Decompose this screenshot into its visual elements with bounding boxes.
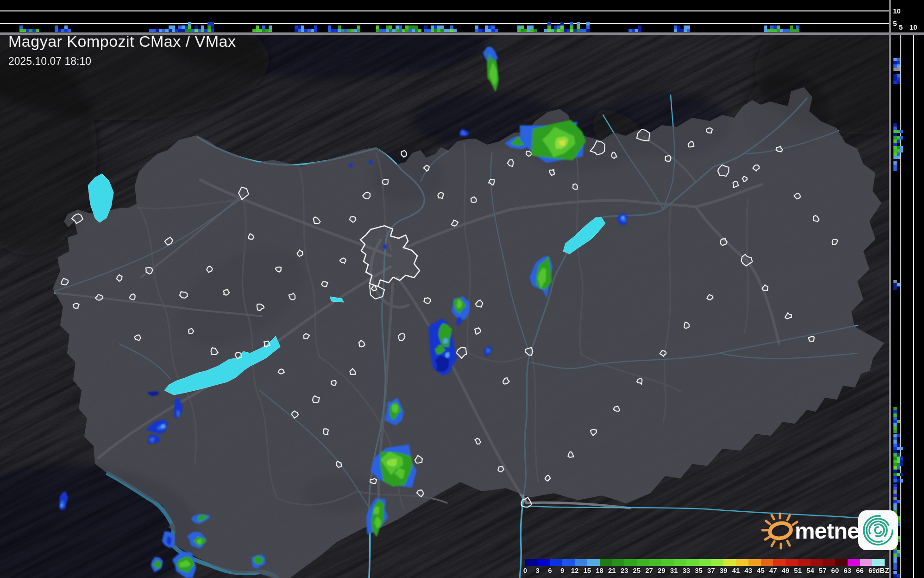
- legend-tick-label: 25: [633, 566, 641, 574]
- city-outline: [278, 369, 284, 374]
- legend-unit-label: dBZ: [875, 566, 889, 574]
- legend-tick-label: 43: [744, 566, 752, 574]
- legend-cell: [562, 559, 575, 566]
- panel-separator-vertical: [889, 0, 891, 578]
- city-outline: [146, 267, 153, 274]
- legend-cell: [600, 559, 612, 566]
- legend-cell: [761, 559, 773, 566]
- city-outline: [383, 179, 389, 184]
- radar-composite-image: 10 5 5 10 Magyar Kompozit CMax / VMax 20…: [0, 0, 924, 578]
- city-outline: [207, 267, 212, 273]
- dbz-color-scale: 0369121518212325272931333537394143454749…: [525, 559, 896, 578]
- legend-tick-label: 66: [856, 566, 864, 574]
- legend-tick-label: 21: [608, 566, 616, 574]
- legend-tick-label: 47: [769, 566, 777, 574]
- legend-cell: [550, 559, 563, 566]
- city-outline: [666, 155, 671, 161]
- sun-icon: [762, 514, 797, 548]
- right-axis-label-10: 10: [910, 23, 918, 31]
- legend-cell: [587, 559, 600, 566]
- legend-cell: [835, 559, 848, 566]
- city-outline: [331, 381, 336, 386]
- legend-tick-label: 0: [523, 566, 527, 574]
- legend-tick-label: 60: [831, 566, 839, 574]
- city-outline: [424, 298, 430, 303]
- legend-tick-label: 12: [571, 566, 579, 574]
- city-outline: [720, 239, 727, 245]
- legend-cell: [674, 559, 686, 566]
- legend-tick-label: 9: [560, 566, 564, 574]
- city-outline: [73, 303, 79, 308]
- legend-tick-label: 57: [819, 566, 827, 574]
- right-profile-panel: [891, 0, 924, 578]
- legend-cell: [723, 559, 736, 566]
- top-axis-label-5: 5: [893, 19, 897, 27]
- legend-cell: [686, 559, 699, 566]
- legend-cell: [786, 559, 798, 566]
- legend-cell: [711, 559, 723, 566]
- city-outline: [321, 281, 327, 286]
- legend-cell: [798, 559, 811, 566]
- legend-tick-label: 3: [536, 566, 540, 574]
- legend-cell: [661, 559, 674, 566]
- legend-cell: [848, 559, 860, 566]
- legend-cell: [773, 559, 786, 566]
- top-profile-panel: [0, 0, 889, 33]
- page-title: Magyar Kompozit CMax / VMax: [8, 32, 236, 51]
- legend-cell: [525, 559, 538, 566]
- legend-tick-label: 37: [707, 566, 715, 574]
- legend-tick-label: 23: [621, 566, 629, 574]
- city-outline: [573, 184, 578, 190]
- city-outline: [336, 462, 341, 467]
- legend-tick-label: 51: [794, 566, 802, 574]
- legend-cell: [575, 559, 587, 566]
- legend-tick-label: 39: [720, 566, 728, 574]
- app-spiral-icon: [858, 510, 898, 550]
- legend-tick-label: 49: [782, 566, 790, 574]
- legend-tick-label: 31: [670, 566, 678, 574]
- legend-cell: [811, 559, 823, 566]
- legend-cell: [748, 559, 761, 566]
- city-outline: [189, 329, 194, 334]
- legend-tick-label: 54: [806, 566, 814, 574]
- legend-cell: [624, 559, 637, 566]
- legend-tick-label: 15: [583, 566, 591, 574]
- legend-tick-label: 29: [658, 566, 666, 574]
- city-outline: [614, 406, 620, 411]
- legend-tick-label: 33: [683, 566, 691, 574]
- city-outline: [180, 292, 188, 298]
- legend-cell: [860, 559, 873, 566]
- legend-tick-label: 69: [868, 566, 876, 574]
- city-outline: [438, 192, 443, 199]
- legend-tick-label: 27: [645, 566, 653, 574]
- legend-tick-label: 45: [757, 566, 765, 574]
- city-outline: [706, 128, 712, 133]
- city-outline: [526, 151, 532, 156]
- legend-tick-label: 35: [695, 566, 703, 574]
- city-outline: [471, 197, 477, 203]
- city-outline: [223, 290, 229, 295]
- timestamp: 2025.10.07 18:10: [8, 55, 236, 68]
- legend-tick-label: 6: [548, 566, 552, 574]
- city-outline: [550, 170, 554, 175]
- legend-cell: [637, 559, 649, 566]
- city-outline: [808, 337, 814, 342]
- city-outline: [370, 478, 377, 483]
- legend-cell: [649, 559, 662, 566]
- dbz-color-bar: [525, 559, 885, 566]
- legend-cell: [823, 559, 835, 566]
- radar-map: 10 5 5 10: [0, 0, 924, 578]
- right-axis-label-5: 5: [899, 23, 903, 31]
- legend-cell: [736, 559, 748, 566]
- city-outline: [323, 429, 328, 435]
- metnet-logo: metnet: [761, 510, 899, 552]
- title-block: Magyar Kompozit CMax / VMax 2025.10.07 1…: [8, 32, 236, 68]
- top-axis-label-10: 10: [893, 7, 901, 15]
- legend-tick-label: 41: [732, 566, 740, 574]
- legend-tick-label: 18: [596, 566, 603, 574]
- legend-cell: [699, 559, 711, 566]
- wordmark: metnet: [795, 518, 867, 543]
- legend-cell: [612, 559, 624, 566]
- legend-cell: [538, 559, 550, 566]
- legend-cell: [872, 559, 885, 566]
